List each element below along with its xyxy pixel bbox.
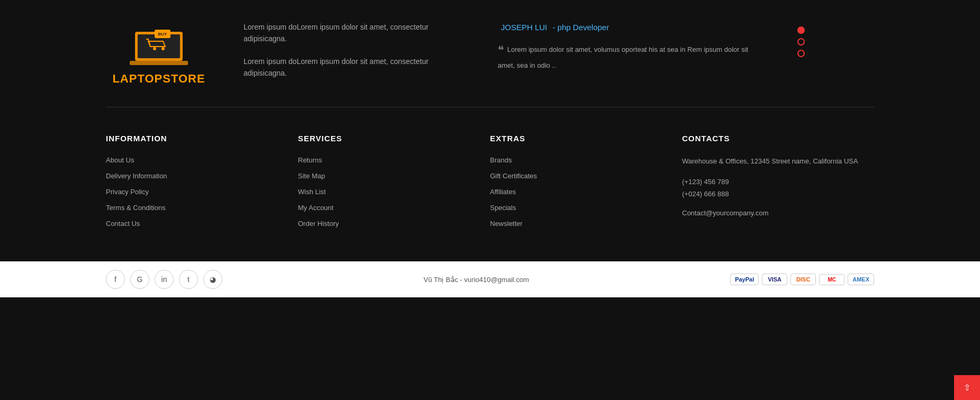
dot-3[interactable] — [797, 50, 805, 57]
logo-text: LAPTOPSTORE — [112, 72, 205, 86]
wish-list-link[interactable]: Wish List — [298, 188, 326, 196]
affiliates-link[interactable]: Affiliates — [490, 188, 516, 196]
social-icons: f G in t ◕ — [106, 270, 222, 289]
footer-col-extras: EXTRAS Brands Gift Certificates Affiliat… — [490, 134, 682, 235]
twitter-icon[interactable]: t — [179, 270, 198, 289]
my-account-link[interactable]: My Account — [298, 204, 334, 212]
delivery-information-link[interactable]: Delivery Information — [106, 172, 167, 180]
contact-phone-2: (+024) 666 888 — [682, 188, 874, 200]
brands-link[interactable]: Brands — [490, 156, 512, 164]
footer-col-information: INFORMATION About Us Delivery Informatio… — [106, 134, 298, 235]
terms-conditions-link[interactable]: Terms & Conditions — [106, 204, 166, 212]
svg-text:BUY: BUY — [158, 32, 168, 37]
testimonial-name: JOSEPH LUI - php Developer — [498, 21, 762, 34]
list-item: Terms & Conditions — [106, 203, 298, 212]
footer-col-contacts: CONTACTS Warehouse & Offices, 12345 Stre… — [682, 134, 874, 235]
gift-certificates-link[interactable]: Gift Certificates — [490, 172, 537, 180]
list-item: Brands — [490, 156, 682, 164]
list-item: Returns — [298, 156, 490, 164]
footer-col-services: SERVICES Returns Site Map Wish List My A… — [298, 134, 490, 235]
logo-text-orange: STORE — [163, 72, 205, 85]
back-to-top-button[interactable]: ⇧ — [954, 375, 980, 400]
list-item: My Account — [298, 203, 490, 212]
order-history-link[interactable]: Order History — [298, 220, 339, 228]
svg-rect-6 — [130, 61, 188, 65]
dot-2[interactable] — [797, 38, 805, 46]
svg-point-3 — [161, 47, 165, 50]
rss-icon[interactable]: ◕ — [203, 270, 222, 289]
top-section: BUY LAPTOPSTORE Lorem ipsum doLorem ipsu… — [0, 0, 980, 107]
logo-area: BUY LAPTOPSTORE — [106, 21, 212, 86]
contact-phone-1: (+123) 456 789 — [682, 176, 874, 188]
services-title: SERVICES — [298, 134, 490, 143]
logo-svg: BUY — [127, 21, 191, 69]
payment-icons: PayPal VISA DISC MC AMEX — [730, 274, 874, 285]
about-us-link[interactable]: About Us — [106, 156, 134, 164]
list-item: Affiliates — [490, 187, 682, 196]
newsletter-link[interactable]: Newsletter — [490, 220, 523, 228]
list-item: Site Map — [298, 171, 490, 180]
quote-mark-icon: ❝ — [498, 43, 504, 57]
site-map-link[interactable]: Site Map — [298, 172, 325, 180]
specials-link[interactable]: Specials — [490, 204, 516, 212]
visa-icon: VISA — [762, 274, 787, 285]
extras-links: Brands Gift Certificates Affiliates Spec… — [490, 156, 682, 228]
testimonial-role: - php Developer — [553, 23, 609, 32]
list-item: Gift Certificates — [490, 171, 682, 180]
contact-address: Warehouse & Offices, 12345 Street name, … — [682, 156, 874, 167]
extras-title: EXTRAS — [490, 134, 682, 143]
contacts-title: CONTACTS — [682, 134, 874, 143]
footer-columns: INFORMATION About Us Delivery Informatio… — [0, 107, 980, 261]
list-item: Privacy Policy — [106, 187, 298, 196]
copyright-text: Vũ Thị Bắc - vurio410@gmail.com — [424, 276, 529, 284]
mastercard-icon: MC — [819, 274, 844, 285]
bottom-bar: f G in t ◕ Vũ Thị Bắc - vurio410@gmail.c… — [0, 261, 980, 297]
description-area: Lorem ipsum doLorem ipsum dolor sit amet… — [244, 21, 466, 79]
contact-email: Contact@yourcompany.com — [682, 209, 874, 217]
testimonial-quote: ❝Lorem ipsum dolor sit amet, volumus opo… — [498, 40, 762, 71]
discover-icon: DISC — [790, 274, 816, 285]
privacy-policy-link[interactable]: Privacy Policy — [106, 188, 149, 196]
facebook-icon[interactable]: f — [106, 270, 125, 289]
returns-link[interactable]: Returns — [298, 156, 322, 164]
description-para1: Lorem ipsum doLorem ipsum dolor sit amet… — [244, 21, 466, 45]
list-item: Wish List — [298, 187, 490, 196]
list-item: Contact Us — [106, 219, 298, 228]
list-item: Order History — [298, 219, 490, 228]
information-links: About Us Delivery Information Privacy Po… — [106, 156, 298, 228]
dot-1[interactable] — [797, 26, 805, 34]
amex-icon: AMEX — [848, 274, 874, 285]
list-item: Delivery Information — [106, 171, 298, 180]
services-links: Returns Site Map Wish List My Account Or… — [298, 156, 490, 228]
testimonial-area: JOSEPH LUI - php Developer ❝Lorem ipsum … — [498, 21, 762, 71]
testimonial-person-name: JOSEPH LUI — [501, 23, 547, 32]
contact-phones: (+123) 456 789 (+024) 666 888 — [682, 176, 874, 201]
information-title: INFORMATION — [106, 134, 298, 143]
logo-text-black: LAPTOP — [112, 72, 163, 85]
google-icon[interactable]: G — [130, 270, 149, 289]
linkedin-icon[interactable]: in — [155, 270, 174, 289]
list-item: Newsletter — [490, 219, 682, 228]
carousel-dots — [797, 26, 805, 57]
contact-us-link[interactable]: Contact Us — [106, 220, 140, 228]
list-item: Specials — [490, 203, 682, 212]
paypal-icon: PayPal — [730, 274, 759, 285]
svg-point-2 — [153, 47, 156, 50]
list-item: About Us — [106, 156, 298, 164]
description-para2: Lorem ipsum doLorem ipsum dolor sit amet… — [244, 56, 466, 79]
